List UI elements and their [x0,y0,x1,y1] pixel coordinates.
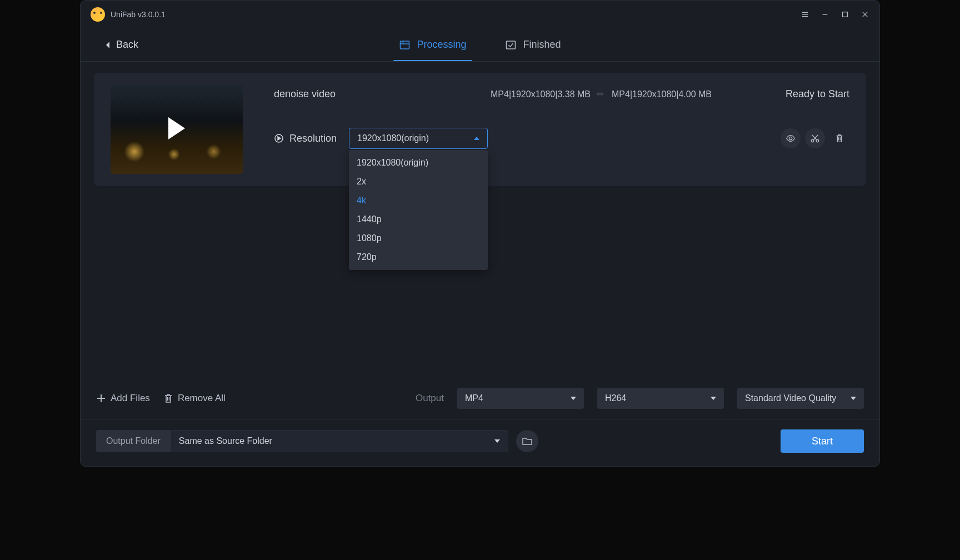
svg-point-13 [811,139,814,142]
task-row: denoise video MP4|1920x1080|3.38 MB MP4|… [94,73,866,186]
app-window: UniFab v3.0.0.1 Back Processing [80,0,880,467]
menu-icon[interactable] [801,10,809,19]
start-button[interactable]: Start [781,429,864,453]
output-folder-label: Output Folder [96,430,171,452]
video-thumbnail[interactable] [111,85,243,174]
trim-button[interactable] [805,128,825,148]
resolution-option[interactable]: 720p [349,248,488,267]
output-codec-select[interactable]: H264 [597,388,724,409]
svg-rect-4 [843,12,848,17]
task-control-row: Resolution 1920x1080(origin) 1920x1080(o… [274,128,849,149]
add-files-label: Add Files [111,393,150,404]
titlebar-right [801,10,869,19]
target-format: MP4|1920x1080|4.00 MB [612,89,712,99]
close-icon[interactable] [861,10,869,19]
svg-rect-10 [507,41,516,49]
titlebar-left: UniFab v3.0.0.1 [91,7,166,22]
tab-finished[interactable]: Finished [506,28,561,61]
app-title: UniFab v3.0.0.1 [111,10,166,19]
resolution-option[interactable]: 1080p [349,229,488,248]
resolution-option[interactable]: 1920x1080(origin) [349,153,488,172]
maximize-icon[interactable] [841,10,849,19]
svg-point-14 [816,139,819,142]
preview-button[interactable] [781,128,801,148]
svg-rect-7 [400,41,409,49]
footer: Output Folder Same as Source Folder Star… [81,429,879,466]
task-status: Ready to Start [786,88,849,100]
task-name: denoise video [274,88,491,100]
remove-all-label: Remove All [178,393,226,404]
resolution-option[interactable]: 4k [349,191,488,210]
play-icon [166,116,187,143]
back-label: Back [116,39,138,51]
output-codec-value: H264 [605,393,626,403]
task-formats: MP4|1920x1080|3.38 MB MP4|1920x1080|4.00… [491,89,712,99]
task-info: denoise video MP4|1920x1080|3.38 MB MP4|… [274,85,849,149]
resolution-option[interactable]: 1440p [349,210,488,229]
resolution-select[interactable]: 1920x1080(origin) [349,128,488,149]
remove-all-button[interactable]: Remove All [163,393,226,404]
output-quality-value: Standard Video Quality [745,393,836,403]
resolution-option[interactable]: 2x [349,172,488,191]
titlebar: UniFab v3.0.0.1 [81,1,879,28]
resolution-selected: 1920x1080(origin) [357,133,429,143]
browse-folder-button[interactable] [516,430,538,452]
resolution-label: Resolution [289,133,337,144]
tab-finished-label: Finished [523,39,561,51]
tabs: Processing Finished [399,28,561,61]
back-button[interactable]: Back [105,39,138,51]
source-format: MP4|1920x1080|3.38 MB [491,89,591,99]
arrow-icon [596,89,606,99]
tab-processing[interactable]: Processing [399,28,466,61]
task-actions [781,128,849,148]
minimize-icon[interactable] [821,10,829,19]
bottom-controls: Add Files Remove All Output MP4 H264 Sta… [81,388,879,419]
svg-point-12 [789,137,792,139]
resolution-label-wrap: Resolution [274,133,337,144]
content-area: denoise video MP4|1920x1080|3.38 MB MP4|… [81,62,879,388]
tab-processing-label: Processing [417,39,466,51]
app-logo-icon [91,7,105,22]
add-files-button[interactable]: Add Files [96,393,150,404]
output-format-value: MP4 [465,393,483,403]
output-quality-select[interactable]: Standard Video Quality [737,388,864,409]
output-folder-value: Same as Source Folder [179,436,272,446]
resolution-dropdown: 1920x1080(origin) 1920x1080(origin) 2x 4… [349,128,488,149]
tabnav: Back Processing Finished [81,28,879,62]
divider [81,419,879,419]
output-folder-select[interactable]: Same as Source Folder [171,430,508,452]
delete-button[interactable] [829,128,849,148]
resolution-menu: 1920x1080(origin) 2x 4k 1440p 1080p 720p [349,150,488,270]
output-format-select[interactable]: MP4 [457,388,584,409]
task-top-row: denoise video MP4|1920x1080|3.38 MB MP4|… [274,88,849,100]
output-label: Output [416,393,444,404]
